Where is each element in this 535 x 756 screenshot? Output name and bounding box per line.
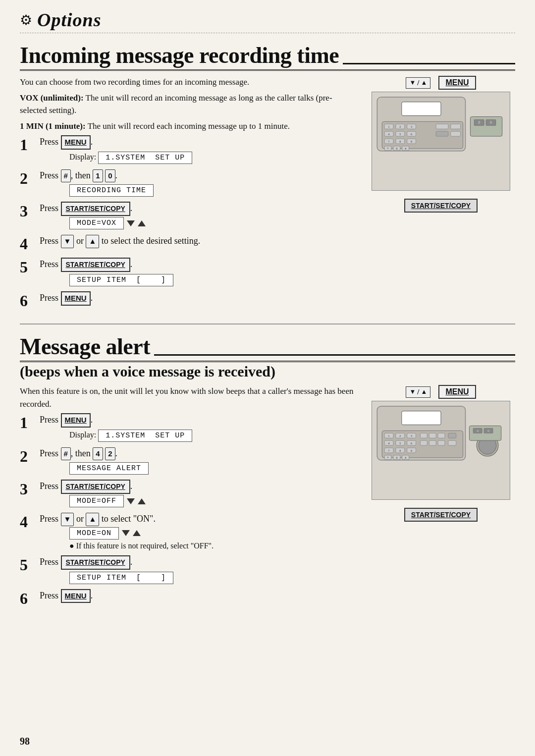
page-title: Options — [37, 9, 101, 31]
svg-rect-1 — [402, 102, 441, 116]
svg-text:6: 6 — [411, 133, 412, 136]
page: ⚙ Options Incoming message recording tim… — [0, 0, 535, 756]
device-svg-section1: 1 2 3 4 5 6 7 8 9 * 0 # — [372, 92, 510, 191]
up-arrow-indicator — [138, 220, 146, 226]
section1-steps-col: You can choose from two recording times … — [20, 76, 357, 315]
s2-nav-arrows-box: ▼/▲ — [406, 386, 430, 398]
s2-menu-button2-ref: MENU — [61, 589, 91, 603]
s2-step4-display: MODE=ON — [69, 527, 119, 540]
svg-rect-50 — [429, 441, 436, 446]
section2-steps-col: When this feature is on, the unit will l… — [20, 385, 357, 612]
s2-hash-key: # — [61, 447, 71, 461]
section2-content: When this feature is on, the unit will l… — [20, 385, 515, 612]
up-key-ref: ▲ — [86, 235, 99, 248]
svg-rect-6 — [436, 124, 448, 129]
svg-text:0: 0 — [478, 120, 480, 125]
s2-step4-note: ● If this feature is not required, selec… — [69, 541, 357, 550]
section1-title: Incoming message recording time — [20, 42, 515, 71]
svg-text:#: # — [405, 456, 406, 459]
key1-ref: 1 — [93, 169, 103, 183]
section2-subtitle: (beeps when a voice message is received) — [20, 363, 515, 380]
svg-text:0: 0 — [487, 430, 489, 433]
svg-text:0: 0 — [490, 120, 492, 125]
start-set-copy2-ref: START/SET/COPY — [61, 258, 130, 272]
page-number: 98 — [20, 736, 30, 747]
s2-step5-display: SETUP ITEM [ ] — [69, 572, 173, 584]
section-recording-time: Incoming message recording time You can … — [20, 42, 515, 315]
section2-step4: 4 Press ▼ or ▲ to select "ON". MODE=ON — [20, 512, 357, 550]
section2-step6: 6 Press MENU. — [20, 589, 357, 607]
s2-step2-display: MESSAGE ALERT — [69, 462, 149, 475]
svg-rect-7 — [451, 124, 461, 129]
step2-display: RECORDING TIME — [69, 184, 154, 197]
svg-rect-44 — [438, 433, 445, 438]
svg-rect-12 — [451, 131, 461, 136]
svg-text:9: 9 — [411, 140, 412, 143]
svg-rect-45 — [448, 433, 456, 438]
svg-rect-11 — [436, 131, 448, 136]
s2-key2: 2 — [105, 447, 115, 461]
section1-step6: 6 Press MENU. — [20, 291, 357, 310]
section2-step1: 1 Press MENU. Display: 1.SYSTEM SET UP — [20, 413, 357, 442]
section2-step5: 5 Press START/SET/COPY. SETUP ITEM [ ] — [20, 555, 357, 584]
section-message-alert: Message alert (beeps when a voice messag… — [20, 333, 515, 612]
svg-text:*: * — [387, 147, 389, 150]
section1-step3: 3 Press START/SET/COPY. MODE=VOX — [20, 202, 357, 229]
s2-step3-display: MODE=OFF — [69, 495, 124, 507]
s2-step1-display: 1.SYSTEM SET UP — [98, 430, 192, 442]
page-header: ⚙ Options — [20, 9, 515, 33]
svg-text:*: * — [387, 456, 389, 459]
svg-text:3: 3 — [411, 435, 412, 438]
nav-arrows-box: ▼/▲ — [406, 77, 430, 89]
section2-intro: When this feature is on, the unit will l… — [20, 385, 357, 410]
s2-menu-btn-large: MENU — [438, 385, 476, 399]
svg-text:7: 7 — [388, 449, 390, 452]
svg-text:1: 1 — [388, 125, 390, 128]
svg-rect-43 — [429, 433, 436, 438]
svg-rect-42 — [420, 433, 427, 438]
svg-text:8: 8 — [399, 140, 401, 143]
svg-text:4: 4 — [388, 133, 390, 136]
svg-text:3: 3 — [411, 125, 412, 128]
section2-title: Message alert — [20, 333, 515, 362]
section2-device-image: ▼/▲ MENU — [367, 385, 515, 612]
start-set-copy-ref: START/SET/COPY — [61, 202, 130, 216]
svg-text:0: 0 — [396, 147, 397, 150]
s2-down-arrow — [127, 498, 135, 504]
start-set-copy-large: START/SET/COPY — [404, 199, 478, 213]
section1-intro2: VOX (unlimited): The unit will record an… — [20, 92, 357, 117]
s2-start-set-copy2: START/SET/COPY — [61, 555, 130, 570]
svg-text:6: 6 — [411, 442, 412, 445]
key0-ref: 0 — [105, 169, 115, 183]
s2-up-arrow2 — [133, 530, 141, 536]
s2-start-set-copy-ref: START/SET/COPY — [61, 480, 130, 494]
svg-text:5: 5 — [399, 133, 401, 136]
svg-rect-49 — [420, 441, 427, 446]
svg-rect-51 — [438, 441, 445, 446]
section1-device-image: ▼/▲ MENU — [367, 76, 515, 315]
down-key-ref: ▼ — [61, 235, 74, 248]
section1-step5: 5 Press START/SET/COPY. SETUP ITEM [ ] — [20, 258, 357, 286]
hash-key-ref: # — [61, 169, 71, 183]
s2-start-set-copy-large: START/SET/COPY — [404, 508, 478, 522]
menu-button-ref: MENU — [61, 135, 91, 150]
menu-button2-ref: MENU — [61, 291, 91, 306]
svg-text:0: 0 — [477, 430, 479, 433]
section1-step2: 2 Press #, then 1 0. RECORDING TIME — [20, 169, 357, 197]
svg-rect-52 — [448, 441, 456, 446]
section2-step2: 2 Press #, then 4 2. MESSAGE ALERT — [20, 447, 357, 475]
s2-key4: 4 — [93, 447, 103, 461]
s2-up-key: ▲ — [86, 513, 99, 526]
device-svg-section2: 1 2 3 4 5 6 7 8 9 * 0 # — [372, 401, 510, 500]
svg-text:#: # — [405, 147, 406, 150]
s2-menu-button-ref: MENU — [61, 413, 91, 428]
svg-text:9: 9 — [411, 449, 412, 452]
section1-content: You can choose from two recording times … — [20, 76, 515, 315]
s2-up-arrow — [138, 498, 146, 504]
section1-intro3: 1 MIN (1 minute): The unit will record e… — [20, 120, 357, 133]
svg-rect-37 — [402, 411, 441, 425]
s2-down-arrow2 — [122, 530, 130, 536]
step1-press-label: Press — [40, 137, 61, 147]
options-icon: ⚙ — [20, 12, 32, 28]
svg-text:8: 8 — [399, 449, 401, 452]
